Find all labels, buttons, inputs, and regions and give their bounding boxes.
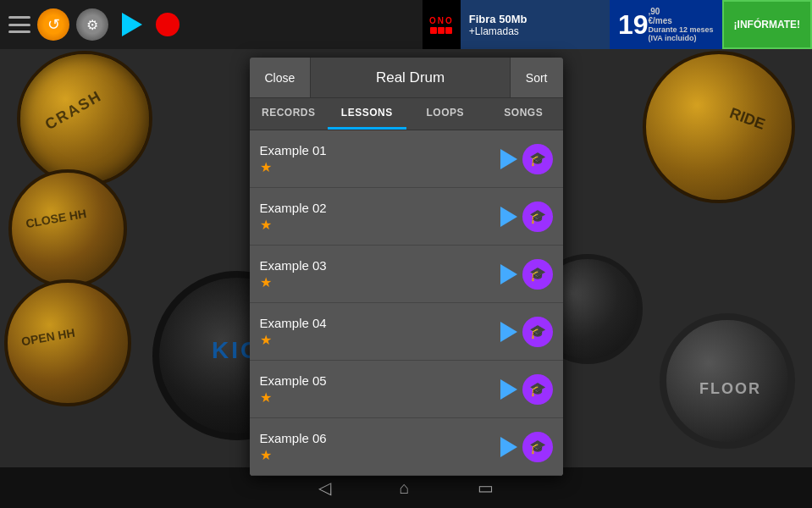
play-lesson-button[interactable] — [500, 264, 517, 284]
home-button[interactable]: ⌂ — [399, 478, 409, 498]
ad-brand: ONO — [423, 0, 461, 49]
list-item: Example 05 ★ 🎓 — [250, 361, 563, 418]
list-item: Example 04 ★ 🎓 — [250, 303, 563, 361]
settings-button[interactable]: ⚙ — [76, 8, 108, 41]
list-item: Example 02 ★ 🎓 — [250, 188, 563, 246]
list-item-star: ★ — [260, 332, 500, 348]
open-lesson-button[interactable]: 🎓 — [522, 202, 553, 232]
refresh-button[interactable]: ↺ — [37, 8, 69, 41]
list-item-title: Example 02 — [260, 201, 500, 215]
open-lesson-button[interactable]: 🎓 — [522, 144, 553, 174]
list-item-title: Example 01 — [260, 143, 500, 157]
ad-line1: Fibra 50Mb — [469, 13, 601, 25]
list-item: Example 03 ★ 🎓 — [250, 246, 563, 303]
list-item-actions: 🎓 — [500, 259, 553, 290]
play-lesson-button[interactable] — [500, 149, 517, 169]
ad-price-cents: ,90 — [649, 7, 714, 16]
list-item-star: ★ — [260, 217, 500, 233]
list-item-actions: 🎓 — [500, 374, 553, 405]
top-bar: ↺ ⚙ ONO Fibra 50Mb +Llamadas 19 ,90 € — [0, 0, 812, 49]
ad-price-main: 19 — [618, 9, 649, 41]
open-lesson-button[interactable]: 🎓 — [522, 317, 553, 347]
open-lesson-button[interactable]: 🎓 — [522, 259, 553, 290]
modal-overlay: Close Real Drum Sort RECORDS LESSONS LOO… — [0, 49, 812, 467]
list-item-actions: 🎓 — [500, 202, 553, 232]
ad-price-unit: €/mes — [649, 16, 714, 25]
modal-header: Close Real Drum Sort — [250, 58, 563, 98]
list-item-actions: 🎓 — [500, 144, 553, 174]
list-item-info: Example 06 ★ — [260, 431, 500, 463]
ad-text: Fibra 50Mb +Llamadas — [461, 0, 610, 49]
ad-cta-button[interactable]: ¡INFÓRMATE! — [722, 0, 812, 49]
back-button[interactable]: ◁ — [318, 478, 331, 498]
list-item-star: ★ — [260, 447, 500, 463]
list-item: Example 01 ★ 🎓 — [250, 130, 563, 188]
list-item-title: Example 03 — [260, 258, 500, 273]
ad-line2: +Llamadas — [469, 25, 601, 37]
ad-banner: ONO Fibra 50Mb +Llamadas 19 ,90 €/mes Du… — [423, 0, 812, 49]
recent-apps-button[interactable]: ▭ — [478, 478, 494, 498]
record-button[interactable] — [156, 13, 180, 36]
open-lesson-button[interactable]: 🎓 — [522, 374, 553, 405]
modal-tabs: RECORDS LESSONS LOOPS SONGS — [250, 98, 563, 130]
list-item-title: Example 06 — [260, 431, 500, 445]
ad-brand-text: ONO — [429, 16, 454, 25]
tab-loops[interactable]: LOOPS — [406, 98, 485, 130]
ad-price: 19 ,90 €/mes Durante 12 meses (IVA inclu… — [610, 0, 722, 49]
open-lesson-button[interactable]: 🎓 — [522, 432, 553, 462]
menu-icon[interactable] — [8, 16, 30, 33]
ad-price-note2: (IVA incluido) — [649, 34, 714, 42]
play-lesson-button[interactable] — [500, 207, 517, 227]
play-lesson-button[interactable] — [500, 379, 517, 400]
play-lesson-button[interactable] — [500, 322, 517, 342]
modal-sort-button[interactable]: Sort — [510, 58, 563, 97]
list-item-info: Example 04 ★ — [260, 316, 500, 348]
list-item-info: Example 02 ★ — [260, 201, 500, 233]
real-drum-modal: Close Real Drum Sort RECORDS LESSONS LOO… — [250, 58, 563, 476]
list-item-info: Example 03 ★ — [260, 258, 500, 290]
list-item-star: ★ — [260, 274, 500, 290]
tab-songs[interactable]: SONGS — [484, 98, 563, 130]
modal-close-button[interactable]: Close — [250, 58, 312, 97]
list-item-info: Example 01 ★ — [260, 143, 500, 175]
play-button[interactable] — [122, 13, 142, 36]
tab-records[interactable]: RECORDS — [250, 98, 329, 130]
list-item-star: ★ — [260, 389, 500, 406]
lesson-list: Example 01 ★ 🎓 Example 02 ★ 🎓 Example 03… — [250, 130, 563, 476]
play-lesson-button[interactable] — [500, 437, 517, 457]
list-item-actions: 🎓 — [500, 317, 553, 347]
ad-price-note1: Durante 12 meses — [649, 25, 714, 34]
list-item: Example 06 ★ 🎓 — [250, 418, 563, 476]
list-item-title: Example 05 — [260, 373, 500, 388]
list-item-info: Example 05 ★ — [260, 373, 500, 406]
toolbar-left: ↺ ⚙ — [8, 8, 180, 41]
tab-lessons[interactable]: LESSONS — [328, 98, 406, 130]
list-item-title: Example 04 — [260, 316, 500, 330]
list-item-actions: 🎓 — [500, 432, 553, 462]
modal-title: Real Drum — [311, 69, 510, 86]
list-item-star: ★ — [260, 159, 500, 175]
